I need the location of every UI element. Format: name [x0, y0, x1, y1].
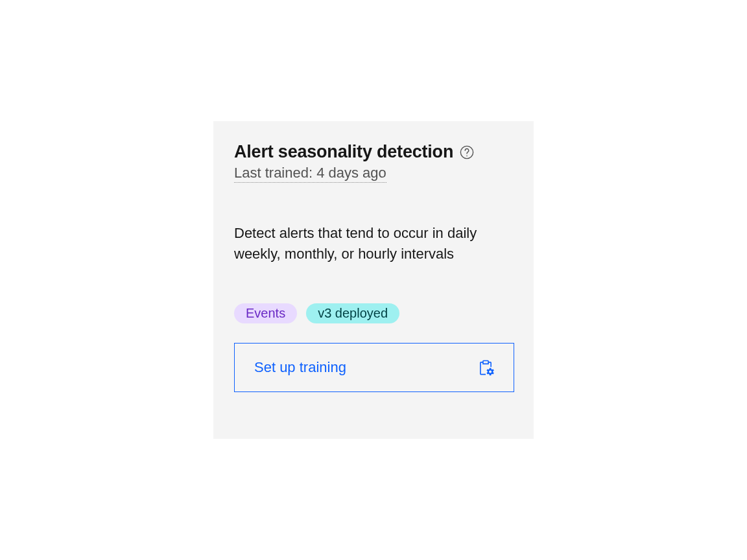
alert-seasonality-card: Alert seasonality detection Last trained…	[213, 121, 534, 439]
tag-container: Events v3 deployed	[234, 303, 513, 323]
svg-point-1	[466, 155, 468, 156]
setup-training-button[interactable]: Set up training	[234, 343, 514, 392]
clipboard-settings-icon	[477, 359, 494, 376]
setup-training-label: Set up training	[254, 359, 346, 376]
card-header: Alert seasonality detection	[234, 142, 513, 162]
help-icon[interactable]	[460, 145, 474, 159]
tag-events: Events	[234, 303, 297, 323]
tag-deployed: v3 deployed	[306, 303, 399, 323]
last-trained-text[interactable]: Last trained: 4 days ago	[234, 165, 386, 183]
card-description: Detect alerts that tend to occur in dail…	[234, 223, 506, 264]
card-title: Alert seasonality detection	[234, 142, 453, 162]
